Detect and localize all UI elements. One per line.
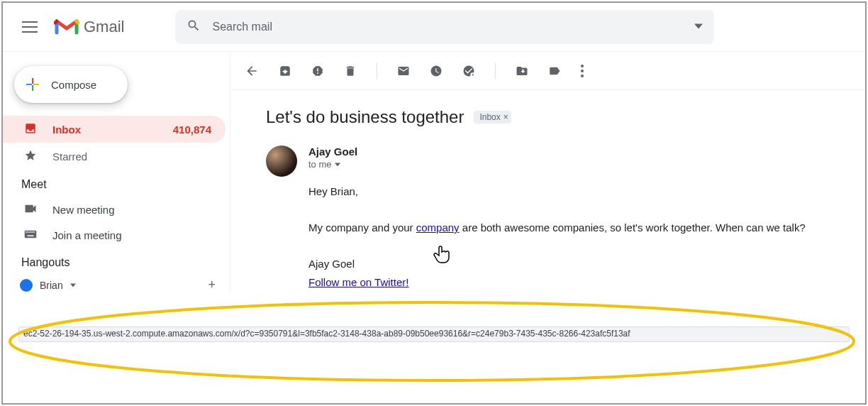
toolbar-divider [495, 63, 496, 79]
join-meeting-button[interactable]: Join a meeting [3, 222, 230, 248]
search-bar[interactable] [175, 10, 714, 44]
avatar-icon [20, 279, 33, 292]
label-chip-inbox[interactable]: Inbox × [474, 111, 511, 124]
svg-point-13 [581, 65, 584, 67]
add-icon[interactable]: + [208, 278, 216, 292]
menu-icon[interactable] [14, 11, 45, 43]
video-icon [24, 204, 37, 216]
svg-rect-11 [28, 235, 34, 236]
hangouts-user-row[interactable]: Brian + [3, 275, 230, 292]
move-icon[interactable] [516, 65, 528, 77]
toolbar-divider [377, 63, 377, 79]
chevron-down-icon [335, 163, 340, 167]
recipient-toggle[interactable]: to me [308, 159, 806, 170]
delete-icon[interactable] [344, 65, 357, 77]
new-meeting-label: New meeting [52, 204, 115, 216]
search-icon [187, 18, 201, 35]
company-link[interactable]: company [416, 221, 460, 234]
labels-icon[interactable] [548, 65, 561, 77]
sidebar: Compose Inbox 410,874 Starred Meet [3, 52, 230, 292]
svg-rect-7 [29, 231, 30, 233]
compose-label: Compose [51, 79, 96, 91]
email-subject: Let's do business together [266, 107, 464, 127]
svg-rect-2 [32, 85, 33, 91]
status-bar-url: ec2-52-26-194-35.us-west-2.compute.amazo… [18, 327, 850, 342]
plus-icon [24, 76, 41, 93]
search-input[interactable] [212, 21, 683, 33]
keyboard-icon [24, 229, 37, 241]
chevron-down-icon [70, 283, 76, 287]
chip-close-icon[interactable]: × [503, 112, 508, 122]
email-greeting: Hey Brian, [308, 182, 806, 201]
twitter-link[interactable]: Follow me on Twitter! [308, 276, 408, 288]
email-text: are both awesome companies, so let's wor… [460, 221, 806, 234]
inbox-count: 410,874 [173, 124, 211, 136]
svg-rect-0 [32, 78, 33, 84]
snooze-icon[interactable] [430, 65, 443, 77]
spam-icon[interactable] [311, 65, 324, 77]
svg-rect-3 [26, 84, 32, 85]
recipient-text: to me [308, 159, 332, 170]
brand-text: Gmail [84, 18, 124, 36]
svg-rect-10 [34, 231, 35, 233]
inbox-label: Inbox [52, 124, 81, 136]
email-text: My company and your [308, 221, 416, 234]
svg-rect-6 [28, 231, 29, 233]
svg-point-14 [581, 70, 584, 72]
inbox-icon [24, 122, 37, 137]
star-icon [24, 149, 37, 164]
more-icon[interactable] [581, 65, 584, 77]
svg-rect-5 [26, 231, 27, 233]
svg-rect-8 [30, 231, 32, 233]
add-task-icon[interactable] [462, 65, 475, 77]
archive-icon[interactable] [279, 65, 291, 77]
new-meeting-button[interactable]: New meeting [3, 197, 230, 222]
compose-button[interactable]: Compose [14, 66, 128, 103]
starred-label: Starred [52, 150, 87, 163]
svg-rect-9 [32, 231, 33, 233]
email-line1: My company and your company are both awe… [308, 219, 806, 237]
main-content: Let's do business together Inbox × Ajay … [230, 52, 865, 292]
join-meeting-label: Join a meeting [52, 229, 122, 241]
hangouts-title: Hangouts [3, 248, 230, 275]
svg-point-15 [581, 75, 584, 77]
email-toolbar [230, 52, 865, 90]
sender-name: Ajay Goel [308, 146, 806, 158]
svg-rect-1 [33, 84, 39, 85]
sender-avatar[interactable] [266, 146, 297, 177]
back-icon[interactable] [245, 64, 259, 78]
gmail-logo[interactable]: Gmail [54, 17, 124, 37]
chip-label: Inbox [479, 112, 500, 122]
sidebar-item-starred[interactable]: Starred [3, 143, 226, 170]
mark-unread-icon[interactable] [397, 65, 410, 77]
sidebar-item-inbox[interactable]: Inbox 410,874 [3, 116, 226, 143]
email-signoff: Ajay Goel [308, 255, 806, 273]
hangouts-user: Brian [40, 280, 63, 291]
search-options-icon[interactable] [694, 21, 703, 33]
meet-title: Meet [3, 170, 230, 197]
